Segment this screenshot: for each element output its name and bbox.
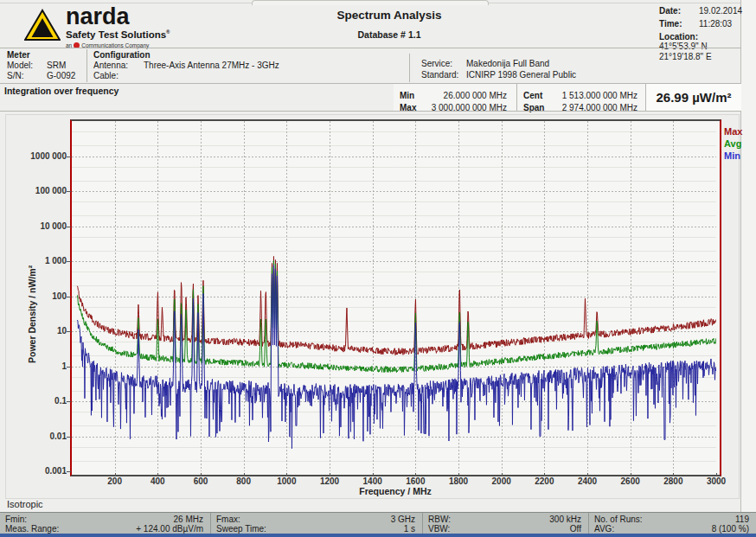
x-tick-mark <box>544 473 545 476</box>
y-tick-mark <box>67 401 71 402</box>
meas-range-value: + 124.00 dBµV/m <box>136 524 203 534</box>
x-tick-label: 400 <box>140 476 175 486</box>
meter-model-row: Model:SRM <box>7 61 66 70</box>
y-tick-mark <box>67 227 71 227</box>
y-tick-mark <box>67 157 71 157</box>
y-tick-label: 0.01 <box>20 432 67 441</box>
location-label: Location: <box>659 32 699 42</box>
x-tick-mark <box>673 473 674 476</box>
x-tick-mark <box>244 473 245 476</box>
narda-triangle-icon <box>24 9 61 45</box>
x-tick-mark <box>458 473 459 476</box>
y-tick-label: 1000 000 <box>20 151 67 161</box>
sweep-time-label: Sweep Time: <box>216 524 266 534</box>
fmin-label: Fmin: <box>5 515 27 524</box>
standard-row: Standard:ICNIRP 1998 General Public <box>421 70 576 80</box>
x-tick-mark <box>631 473 631 476</box>
y-tick-label: 100 <box>20 291 67 301</box>
window-bottom-edge <box>0 534 756 537</box>
avg-label: AVG: <box>594 524 614 534</box>
y-tick-label: 100 000 <box>20 186 67 195</box>
y-tick-mark <box>67 437 71 438</box>
y-tick-mark <box>67 471 71 472</box>
service-row: Service:Makedonija Full Band <box>421 59 549 68</box>
time-label: Time: <box>659 19 699 29</box>
x-tick-mark <box>373 473 374 476</box>
x-tick-mark <box>286 473 287 476</box>
x-tick-label: 1800 <box>441 476 476 486</box>
rbw-label: RBW: <box>428 515 451 524</box>
y-tick-mark <box>67 331 71 332</box>
narda-logo: narda Safety Test Solutions® an Communic… <box>24 6 232 48</box>
x-tick-mark <box>201 473 202 476</box>
spectrum-analysis-window: { "header": { "brand": "narda", "tagline… <box>0 0 756 537</box>
page-right-margin <box>740 0 756 512</box>
x-tick-mark <box>415 473 416 476</box>
status-cell-fmin: Fmin:26 MHz Meas. Range:+ 124.00 dBµV/m <box>0 513 210 534</box>
time-value: 11:28:03 <box>699 19 732 29</box>
y-tick-label: 0.001 <box>20 466 67 476</box>
x-tick-mark <box>157 473 158 476</box>
date-value: 19.02.2014 <box>699 6 742 16</box>
legend-avg: Avg <box>724 137 742 150</box>
configuration-section-header: Configuration <box>93 50 151 60</box>
freq-max-row: Max3 000.000 000 MHz <box>400 99 507 114</box>
status-bar: Fmin:26 MHz Meas. Range:+ 124.00 dBµV/m … <box>0 512 756 534</box>
y-tick-label: 1 000 <box>20 256 67 265</box>
x-tick-label: 2000 <box>484 476 519 486</box>
y-axis-title: Power Density / nW/m² <box>27 265 37 363</box>
y-tick-label: 1 <box>20 361 67 371</box>
database-subtitle: Database # 1.1 <box>216 29 562 40</box>
x-tick-label: 2400 <box>570 476 605 486</box>
y-tick-label: 0.1 <box>20 396 67 406</box>
x-tick-mark <box>115 473 116 476</box>
legend-max: Max <box>724 125 742 137</box>
freq-span-row: Span2 974.000 000 MHz <box>523 99 637 114</box>
x-tick-label: 2200 <box>527 476 561 486</box>
meter-section-header: Meter <box>7 50 30 60</box>
avg-value: 8 (100 %) <box>712 524 749 534</box>
x-tick-label: 1600 <box>398 476 432 486</box>
spectrum-chart: Power Density / nW/m² Frequency / MHz Ma… <box>5 114 740 499</box>
spectrum-canvas plot-area[interactable] <box>72 121 716 471</box>
runs-value: 119 <box>735 515 749 524</box>
x-tick-mark <box>330 473 330 476</box>
meas-range-label: Meas. Range: <box>5 524 59 534</box>
brand-name: narda <box>66 6 170 27</box>
y-tick-mark <box>67 297 71 297</box>
x-tick-label: 3000 <box>699 476 734 486</box>
x-tick-label: 1000 <box>269 476 304 486</box>
legend-min: Min <box>724 150 742 162</box>
y-tick-mark <box>67 261 71 262</box>
runs-label: No. of Runs: <box>594 515 643 524</box>
cable-row: Cable: <box>93 71 144 80</box>
x-tick-label: 600 <box>183 476 218 486</box>
y-tick-mark <box>67 367 71 368</box>
integrated-power-density-reading: 26.99 µW/m² <box>645 84 741 111</box>
x-tick-label: 1200 <box>312 476 347 486</box>
trace-legend: Max Avg Min <box>724 125 742 162</box>
status-cell-bandwidth: RBW:300 kHz VBW:Off <box>422 513 588 534</box>
x-tick-label: 800 <box>227 476 261 486</box>
x-tick-label: 2800 <box>656 476 690 486</box>
brand-tagline: Safety Test Solutions® <box>66 27 170 40</box>
meter-sn-row: S/N:G-0092 <box>7 71 75 80</box>
antenna-row: Antenna:Three-Axis Antenna 27MHz - 3GHz <box>93 61 279 70</box>
date-label: Date: <box>659 6 699 16</box>
isotropic-label: Isotropic <box>7 499 43 509</box>
y-tick-label: 10 000 <box>20 221 67 231</box>
fmin-value: 26 MHz <box>174 515 203 524</box>
page-title: Spectrum Analysis <box>216 9 562 22</box>
integration-mode-label: Integration over frequency <box>4 86 119 96</box>
x-tick-label: 2600 <box>613 476 648 486</box>
status-cell-fmax: Fmax:3 GHz Sweep Time:1 s <box>210 513 422 534</box>
x-tick-mark <box>587 473 588 476</box>
location-value-lon: 21°19'18.8" E <box>659 52 712 61</box>
y-tick-label: 10 <box>20 326 67 336</box>
status-cell-runs: No. of Runs:119 AVG:8 (100 %) <box>588 513 756 534</box>
x-tick-label: 1400 <box>356 476 390 486</box>
x-tick-mark <box>502 473 503 476</box>
sweep-time-value: 1 s <box>404 524 415 534</box>
page-tab <box>252 0 489 5</box>
vbw-label: VBW: <box>428 524 450 534</box>
